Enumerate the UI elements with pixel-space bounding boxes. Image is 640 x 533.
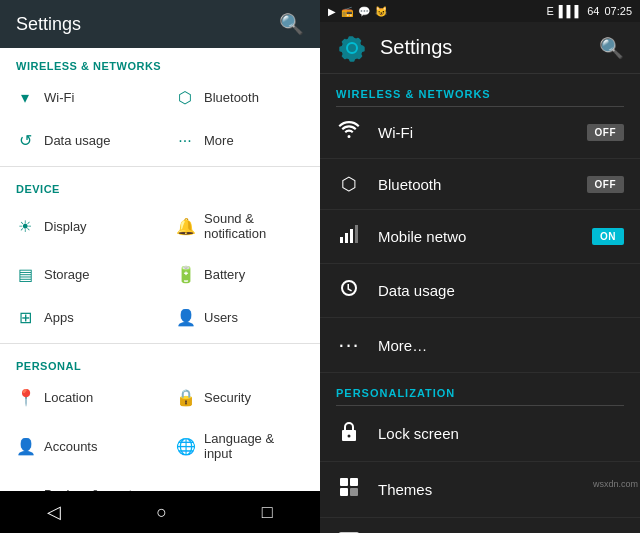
right-lockscreen-label: Lock screen — [378, 425, 624, 442]
svg-rect-6 — [340, 478, 348, 486]
storage-item[interactable]: ▤ Storage — [0, 253, 160, 296]
left-header: Settings 🔍 — [0, 0, 320, 48]
wifi-item[interactable]: ▾ Wi-Fi — [0, 76, 160, 119]
users-icon: 👤 — [176, 308, 194, 327]
mobile-toggle[interactable]: ON — [592, 228, 624, 245]
apps-icon: ⊞ — [16, 308, 34, 327]
right-data-item[interactable]: Data usage — [320, 264, 640, 318]
svg-rect-2 — [350, 229, 353, 243]
right-more-item[interactable]: ··· More… — [320, 318, 640, 373]
recents-nav-icon[interactable]: □ — [262, 502, 273, 523]
display-label: Display — [44, 219, 87, 234]
users-item[interactable]: 👤 Users — [160, 296, 320, 339]
wifi-toggle[interactable]: OFF — [587, 124, 625, 141]
network-type-label: E — [546, 5, 553, 17]
security-item[interactable]: 🔒 Security — [160, 376, 320, 419]
users-label: Users — [204, 310, 238, 325]
app-icon: 😺 — [375, 6, 387, 17]
backup-item[interactable]: ☁ Backup & reset — [0, 473, 160, 491]
apps-label: Apps — [44, 310, 74, 325]
right-title: Settings — [380, 36, 452, 59]
bluetooth-label: Bluetooth — [204, 90, 259, 105]
right-wifi-icon — [336, 121, 362, 144]
sound-item[interactable]: 🔔 Sound & notification — [160, 199, 320, 253]
left-title: Settings — [16, 14, 81, 35]
right-content: WIRELESS & NETWORKS Wi-Fi OFF ⬡ Bluetoot… — [320, 74, 640, 533]
location-item[interactable]: 📍 Location — [0, 376, 160, 419]
display-item[interactable]: ☀ Display — [0, 199, 160, 253]
data-usage-item[interactable]: ↺ Data usage — [0, 119, 160, 162]
right-header: Settings 🔍 — [320, 22, 640, 74]
data-label: Data usage — [44, 133, 111, 148]
right-more-label: More… — [378, 337, 624, 354]
right-themes-label: Themes — [378, 481, 624, 498]
themes-icon — [336, 476, 362, 503]
more-icon: ··· — [176, 132, 194, 150]
right-bluetooth-item[interactable]: ⬡ Bluetooth OFF — [320, 159, 640, 210]
storage-icon: ▤ — [16, 265, 34, 284]
location-label: Location — [44, 390, 93, 405]
back-nav-icon[interactable]: ◁ — [47, 501, 61, 523]
signal-bars-icon: ▌▌▌ — [559, 5, 582, 17]
accounts-label: Accounts — [44, 439, 97, 454]
nav-bar-left: ◁ ○ □ — [0, 491, 320, 533]
right-wifi-item[interactable]: Wi-Fi OFF — [320, 107, 640, 159]
svg-rect-1 — [345, 233, 348, 243]
battery-item[interactable]: 🔋 Battery — [160, 253, 320, 296]
status-right: E ▌▌▌ 64 07:25 — [546, 5, 632, 17]
bluetooth-item[interactable]: ⬡ Bluetooth — [160, 76, 320, 119]
right-section-wireless: WIRELESS & NETWORKS — [320, 74, 640, 106]
right-lockscreen-item[interactable]: Lock screen — [320, 406, 640, 462]
right-header-left: Settings — [336, 32, 452, 64]
section-device: Device — [0, 171, 320, 199]
section-wireless: Wireless & networks — [0, 48, 320, 76]
status-left-icons: ▶ 📻 💬 😺 — [328, 6, 387, 17]
right-statusbar-item[interactable]: Status bar — [320, 518, 640, 533]
location-icon: 📍 — [16, 388, 34, 407]
left-content: Wireless & networks ▾ Wi-Fi ⬡ Bluetooth … — [0, 48, 320, 491]
right-data-label: Data usage — [378, 282, 624, 299]
watermark: wsxdn.com — [593, 479, 638, 489]
language-item[interactable]: 🌐 Language & input — [160, 419, 320, 473]
divider-2 — [0, 343, 320, 344]
security-icon: 🔒 — [176, 388, 194, 407]
language-label: Language & input — [204, 431, 304, 461]
divider-1 — [0, 166, 320, 167]
right-bluetooth-label: Bluetooth — [378, 176, 571, 193]
display-icon: ☀ — [16, 217, 34, 236]
lock-screen-icon — [336, 420, 362, 447]
apps-item[interactable]: ⊞ Apps — [0, 296, 160, 339]
accounts-item[interactable]: 👤 Accounts — [0, 419, 160, 473]
radio-icon: 📻 — [341, 6, 353, 17]
wireless-grid: ▾ Wi-Fi ⬡ Bluetooth ↺ Data usage ··· Mor… — [0, 76, 320, 162]
right-search-icon[interactable]: 🔍 — [599, 36, 624, 60]
right-data-icon — [336, 278, 362, 303]
sound-label: Sound & notification — [204, 211, 304, 241]
bluetooth-icon: ⬡ — [176, 88, 194, 107]
right-wifi-label: Wi-Fi — [378, 124, 571, 141]
battery-label: Battery — [204, 267, 245, 282]
bluetooth-toggle[interactable]: OFF — [587, 176, 625, 193]
svg-rect-8 — [340, 488, 348, 496]
language-icon: 🌐 — [176, 437, 194, 456]
battery-level-label: 64 — [587, 5, 599, 17]
storage-label: Storage — [44, 267, 90, 282]
right-mobile-item[interactable]: Mobile netwo ON — [320, 210, 640, 264]
svg-rect-9 — [350, 488, 358, 496]
settings-gear-icon — [336, 32, 368, 64]
right-more-icon: ··· — [336, 332, 362, 358]
left-search-icon[interactable]: 🔍 — [279, 12, 304, 36]
section-personal: Personal — [0, 348, 320, 376]
battery-icon: 🔋 — [176, 265, 194, 284]
message-icon: 💬 — [358, 6, 370, 17]
time-label: 07:25 — [604, 5, 632, 17]
left-panel: Settings 🔍 Wireless & networks ▾ Wi-Fi ⬡… — [0, 0, 320, 533]
right-signal-icon — [336, 224, 362, 249]
wifi-label: Wi-Fi — [44, 90, 74, 105]
accounts-icon: 👤 — [16, 437, 34, 456]
right-status-bar: ▶ 📻 💬 😺 E ▌▌▌ 64 07:25 — [320, 0, 640, 22]
home-nav-icon[interactable]: ○ — [156, 502, 167, 523]
more-item[interactable]: ··· More — [160, 119, 320, 162]
right-themes-item[interactable]: Themes — [320, 462, 640, 518]
svg-point-5 — [348, 435, 351, 438]
